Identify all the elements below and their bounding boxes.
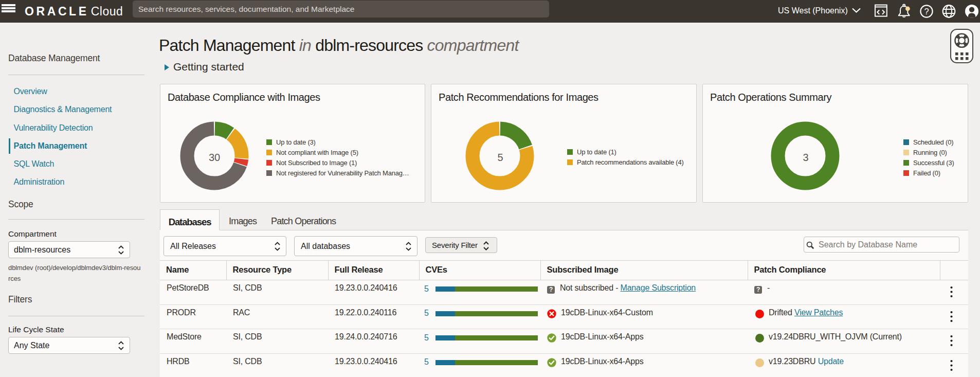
svg-text:?: ? <box>924 7 929 16</box>
